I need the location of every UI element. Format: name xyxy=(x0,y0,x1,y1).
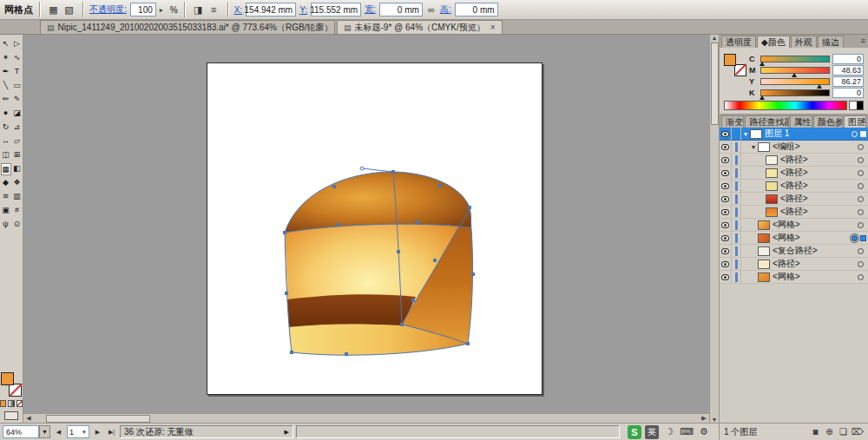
target-circle[interactable] xyxy=(858,144,864,150)
layer-row[interactable]: <复合路径> xyxy=(720,245,868,258)
lock-toggle[interactable] xyxy=(732,258,741,271)
layer-row[interactable]: <网格> xyxy=(720,271,868,284)
blend-tool[interactable]: ❖ xyxy=(12,177,23,189)
visibility-toggle[interactable] xyxy=(720,219,732,232)
target-circle[interactable] xyxy=(852,235,858,241)
opacity-stepper-icon[interactable]: ▸ xyxy=(160,6,167,14)
target-circle[interactable] xyxy=(858,209,864,215)
canvas-pasteboard[interactable]: ◀ ▶ xyxy=(23,35,709,423)
visibility-toggle[interactable] xyxy=(720,232,732,245)
screen-mode-button[interactable] xyxy=(4,411,18,420)
artboard[interactable] xyxy=(207,62,542,395)
zoom-tool[interactable]: ⊙ xyxy=(12,219,23,231)
lock-toggle[interactable] xyxy=(732,193,741,206)
c-value-input[interactable]: 0 xyxy=(832,54,864,64)
tab-transparency[interactable]: 透明度 xyxy=(721,36,756,48)
last-artboard-button[interactable]: ▶| xyxy=(106,426,117,438)
x-label[interactable]: X: xyxy=(234,5,242,15)
lock-toggle[interactable] xyxy=(732,167,741,180)
delete-mesh-point-icon[interactable]: ▧ xyxy=(62,3,76,17)
y-input[interactable]: 115.552 mm xyxy=(311,3,361,16)
magic-wand-tool[interactable]: ✶ xyxy=(1,52,11,64)
mesh-tool[interactable]: ▦ xyxy=(1,163,11,175)
lock-toggle[interactable] xyxy=(732,219,741,232)
zoom-dropdown-icon[interactable]: ▼ xyxy=(39,425,50,438)
target-circle[interactable] xyxy=(858,183,864,189)
tab-color-guide[interactable]: 颜色参 xyxy=(813,115,843,128)
artboard-dropdown-icon[interactable]: ▼ xyxy=(82,430,87,435)
layer-row[interactable]: <网格> xyxy=(720,219,868,232)
target-circle[interactable] xyxy=(858,157,864,163)
document-tab[interactable]: ▤未标题-9* @ 64%（CMYK/预览）× xyxy=(337,20,503,34)
column-graph-tool[interactable]: ▥ xyxy=(12,191,23,203)
target-circle[interactable] xyxy=(858,248,864,254)
visibility-toggle[interactable] xyxy=(720,245,732,258)
y-label[interactable]: Y: xyxy=(299,5,307,15)
lock-toggle[interactable] xyxy=(732,180,741,193)
visibility-toggle[interactable] xyxy=(720,141,732,154)
tab-gradient[interactable]: 渐变 xyxy=(721,115,744,128)
visibility-toggle[interactable] xyxy=(720,154,732,167)
eraser-tool[interactable]: ◪ xyxy=(12,108,23,120)
gradient-mode-button[interactable] xyxy=(8,400,14,407)
perspective-grid-tool[interactable]: ⊞ xyxy=(12,149,23,161)
y-value-input[interactable]: 86.27 xyxy=(832,76,864,87)
scroll-right-icon[interactable]: ▶ xyxy=(699,415,709,422)
new-sublayer-icon[interactable]: ⊕ xyxy=(823,426,836,438)
vertical-scroll-thumb[interactable] xyxy=(711,43,719,125)
spectrum-endcaps[interactable] xyxy=(849,101,864,110)
tab-pathfinder[interactable]: 路径查找器 xyxy=(745,115,788,128)
vertical-scrollbar[interactable]: ▲ ▼ xyxy=(709,35,719,423)
slider-marker[interactable] xyxy=(792,73,797,77)
visibility-toggle[interactable] xyxy=(720,193,732,206)
target-circle[interactable] xyxy=(858,274,864,280)
target-circle[interactable] xyxy=(858,170,864,176)
isolate-selection-icon[interactable]: ≡ xyxy=(207,3,221,17)
target-circle[interactable] xyxy=(858,196,864,202)
direct-selection-tool[interactable]: ▷ xyxy=(12,38,23,50)
x-input[interactable]: 154.942 mm xyxy=(246,3,296,16)
visibility-toggle[interactable] xyxy=(720,271,732,284)
lock-toggle[interactable] xyxy=(732,232,741,245)
k-value-input[interactable]: 0 xyxy=(832,88,864,98)
selection-tool[interactable]: ↖ xyxy=(1,38,11,50)
zoom-input[interactable]: 64% xyxy=(3,425,39,438)
layer-row[interactable]: <路径> xyxy=(720,154,868,167)
color-spectrum-bar[interactable] xyxy=(724,101,847,110)
lock-toggle[interactable] xyxy=(732,206,741,219)
keyboard-icon[interactable]: ⌨ xyxy=(680,425,694,439)
tab-color[interactable]: ◆颜色 xyxy=(757,36,790,48)
artboard-tool[interactable]: ▣ xyxy=(1,205,11,217)
scale-tool[interactable]: ⊿ xyxy=(12,121,23,134)
slider-marker[interactable] xyxy=(760,95,765,100)
stroke-swatch[interactable] xyxy=(9,384,22,397)
horizontal-scroll-thumb[interactable] xyxy=(46,415,150,423)
c-slider[interactable] xyxy=(760,56,830,62)
status-expander-icon[interactable]: ▶ xyxy=(285,429,289,436)
lock-toggle[interactable] xyxy=(732,128,741,141)
white-swatch[interactable] xyxy=(850,102,857,109)
visibility-toggle[interactable] xyxy=(720,128,732,141)
lock-toggle[interactable] xyxy=(732,271,741,284)
color-mode-button[interactable] xyxy=(0,400,6,407)
hand-tool[interactable]: ψ xyxy=(1,219,11,231)
visibility-toggle[interactable] xyxy=(720,258,732,271)
layer-row[interactable]: ▼图层 1 xyxy=(720,128,868,141)
fill-swatch[interactable] xyxy=(1,372,14,385)
add-mesh-point-icon[interactable]: ▦ xyxy=(46,3,61,17)
shape-builder-tool[interactable]: ◫ xyxy=(1,149,11,161)
paintbrush-tool[interactable]: ✏ xyxy=(1,94,11,106)
rectangle-tool[interactable]: ▭ xyxy=(12,80,23,92)
layer-row[interactable]: <路径> xyxy=(720,193,868,206)
symbol-sprayer-tool[interactable]: ≋ xyxy=(1,191,11,203)
lock-toggle[interactable] xyxy=(732,154,741,167)
panel-menu-icon[interactable]: ≡ xyxy=(861,36,865,45)
expander-icon[interactable]: ▼ xyxy=(741,131,750,137)
m-value-input[interactable]: 48.63 xyxy=(832,65,864,76)
blob-brush-tool[interactable]: ● xyxy=(1,108,11,120)
stroke-swatch[interactable] xyxy=(734,64,746,76)
k-slider[interactable] xyxy=(760,89,830,96)
prev-artboard-button[interactable]: ◀ xyxy=(53,426,64,438)
layer-row[interactable]: <路径> xyxy=(720,206,868,219)
tab-stroke[interactable]: 描边 xyxy=(818,36,844,48)
